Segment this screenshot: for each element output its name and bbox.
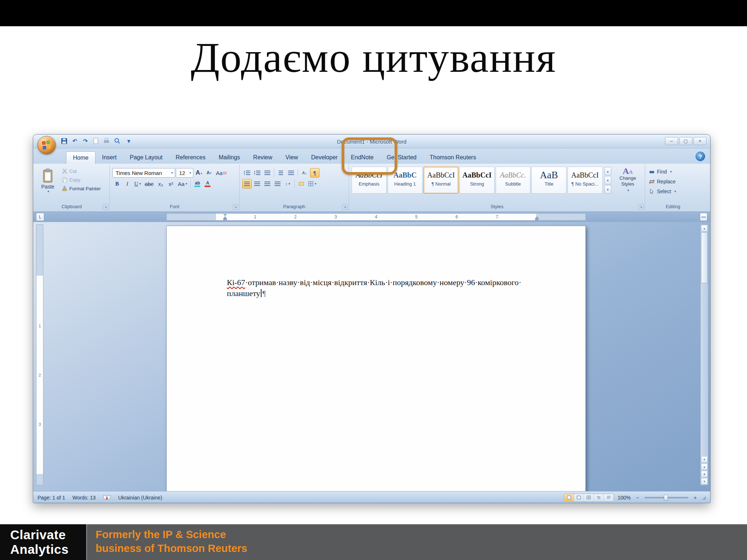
scroll-down-button[interactable]: ▾ — [701, 456, 708, 463]
page-indicator[interactable]: Page: 1 of 1 — [38, 495, 65, 501]
superscript-button[interactable]: x² — [166, 179, 175, 188]
paste-button[interactable]: Paste ▾ — [36, 167, 59, 200]
shrink-font-button[interactable]: A ▾ — [204, 168, 214, 178]
line-spacing-button[interactable]: ↕ ▾ — [283, 179, 293, 188]
tab-mailings[interactable]: Mailings — [212, 151, 247, 164]
sort-button[interactable]: A↓ — [300, 168, 309, 178]
zoom-in-button[interactable]: + — [692, 494, 698, 501]
full-screen-view-button[interactable] — [574, 494, 584, 501]
styles-scroll-down-button[interactable]: ▾ — [604, 176, 612, 184]
resize-grip[interactable]: ◢ — [702, 495, 706, 500]
tab-home[interactable]: Home — [66, 151, 96, 164]
tab-endnote[interactable]: EndNote — [344, 151, 380, 164]
minimize-button[interactable]: – — [665, 137, 678, 145]
office-button[interactable] — [38, 136, 56, 154]
new-document-button[interactable] — [92, 137, 100, 145]
document-page[interactable]: Кі-67·отримав·назву·від·місця·відкриття·… — [166, 226, 586, 491]
style-subtitle[interactable]: AaBbCc. Subtitle — [496, 167, 531, 194]
styles-dialog-launcher[interactable]: ↘ — [638, 204, 644, 210]
find-button[interactable]: Find ▾ — [648, 167, 698, 176]
print-layout-view-button[interactable] — [564, 494, 574, 501]
tab-insert[interactable]: Insert — [96, 151, 123, 164]
qat-dropdown-button[interactable]: ▾ — [125, 137, 133, 145]
font-color-button[interactable]: A — [203, 179, 212, 188]
next-page-button[interactable]: ▾ — [701, 478, 708, 485]
borders-button[interactable]: ▾ — [307, 179, 318, 188]
cut-button[interactable]: Cut — [61, 167, 102, 175]
clipboard-dialog-launcher[interactable]: ↘ — [103, 204, 108, 210]
style-normal[interactable]: AaBbCcI ¶ Normal — [423, 167, 458, 194]
scrollbar-thumb[interactable] — [701, 232, 708, 283]
web-layout-view-button[interactable] — [584, 494, 594, 501]
ruler-toggle-button[interactable] — [700, 213, 707, 221]
style-title[interactable]: AaB Title — [531, 167, 566, 194]
align-left-button[interactable] — [242, 179, 252, 188]
redo-button[interactable]: ↷ — [81, 137, 89, 145]
zoom-slider[interactable] — [645, 497, 688, 498]
font-name-select[interactable]: Times New Roman ▾ — [112, 168, 175, 178]
tab-review[interactable]: Review — [247, 151, 279, 164]
multilevel-list-button[interactable] — [263, 168, 272, 178]
tab-page-layout[interactable]: Page Layout — [123, 151, 169, 164]
styles-scroll-up-button[interactable]: ▴ — [604, 167, 612, 175]
grow-font-button[interactable]: A ▴ — [194, 168, 204, 178]
indent-marker-left[interactable] — [223, 214, 227, 220]
maximize-button[interactable]: ▢ — [679, 137, 692, 145]
styles-gallery-expand-button[interactable]: ▾ — [604, 185, 612, 194]
language-indicator[interactable]: Ukrainian (Ukraine) — [118, 495, 162, 501]
tab-thomson-reuters[interactable]: Thomson Reuters — [423, 151, 483, 164]
replace-button[interactable]: Replace — [648, 176, 698, 186]
decrease-indent-button[interactable] — [276, 168, 286, 178]
tab-selector-button[interactable]: L — [36, 213, 44, 221]
tab-developer[interactable]: Developer — [305, 151, 344, 164]
tab-get-started[interactable]: Get Started — [380, 151, 423, 164]
style-emphasis[interactable]: AaBbCcI Emphasis — [352, 167, 387, 194]
title-bar[interactable]: ↶ ↷ ▾ Document1 - Microsoft Word – ▢ × — [33, 135, 710, 148]
tab-view[interactable]: View — [279, 151, 305, 164]
indent-marker-right[interactable] — [535, 216, 539, 220]
print-button[interactable] — [102, 137, 111, 145]
proofing-status[interactable] — [103, 494, 111, 501]
select-button[interactable]: Select ▾ — [648, 186, 698, 196]
subscript-button[interactable]: x₂ — [156, 179, 165, 188]
underline-button[interactable]: U ▾ — [133, 179, 142, 188]
outline-view-button[interactable] — [594, 494, 604, 501]
shading-button[interactable] — [297, 179, 306, 188]
paragraph-dialog-launcher[interactable]: ↘ — [342, 204, 348, 210]
copy-button[interactable]: Copy — [61, 175, 102, 184]
font-dialog-launcher[interactable]: ↘ — [233, 204, 238, 210]
previous-page-button[interactable]: ▴ — [701, 463, 708, 470]
format-painter-button[interactable]: Format Painter — [61, 184, 102, 193]
font-size-select[interactable]: 12 ▾ — [176, 168, 193, 178]
align-right-button[interactable] — [263, 179, 272, 188]
align-center-button[interactable] — [252, 179, 262, 188]
vertical-scrollbar[interactable]: ▴ ▾ ▴ ● ▾ — [700, 224, 708, 485]
bullets-button[interactable] — [242, 168, 252, 178]
justify-button[interactable] — [273, 179, 282, 188]
increase-indent-button[interactable] — [286, 168, 296, 178]
bold-button[interactable]: B — [112, 179, 122, 188]
style-heading1[interactable]: AaBbC Heading 1 — [388, 167, 423, 194]
italic-button[interactable]: I — [123, 179, 132, 188]
change-styles-button[interactable]: AA Change Styles ▾ — [613, 167, 642, 193]
select-browse-object-button[interactable]: ● — [701, 471, 708, 477]
change-case-button[interactable]: Aa ▾ — [176, 179, 189, 188]
word-count[interactable]: Words: 13 — [73, 495, 96, 501]
document-text[interactable]: Кі-67·отримав·назву·від·місця·відкриття·… — [227, 277, 548, 299]
tab-references[interactable]: References — [169, 151, 212, 164]
close-button[interactable]: × — [693, 137, 707, 145]
style-strong[interactable]: AaBbCcI Strong — [460, 167, 495, 194]
show-hide-marks-button[interactable]: ¶ — [310, 168, 320, 178]
undo-button[interactable]: ↶ — [71, 137, 79, 145]
zoom-level[interactable]: 100% — [618, 495, 631, 501]
style-no-spacing[interactable]: AaBbCcI ¶ No Spaci... — [568, 167, 603, 194]
scroll-up-button[interactable]: ▴ — [701, 225, 708, 232]
zoom-slider-thumb[interactable] — [664, 495, 668, 501]
numbering-button[interactable] — [252, 168, 262, 178]
help-button[interactable]: ? — [696, 152, 705, 161]
clear-formatting-button[interactable]: Aa — [214, 168, 228, 178]
zoom-out-button[interactable]: − — [634, 494, 641, 501]
text-highlight-button[interactable]: ab — [193, 179, 202, 188]
print-preview-button[interactable] — [113, 137, 121, 145]
save-button[interactable] — [60, 137, 68, 145]
